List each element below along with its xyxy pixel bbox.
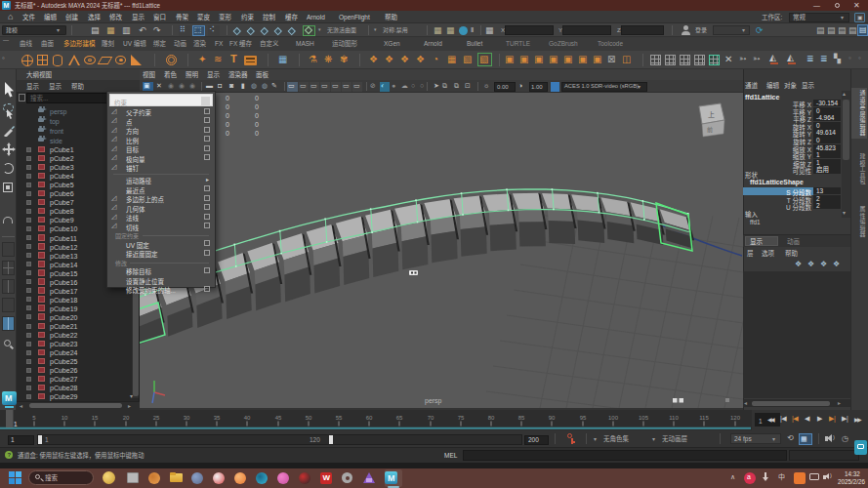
svg-text:115: 115 — [699, 415, 709, 421]
svg-text:30: 30 — [184, 415, 190, 421]
svg-text:20: 20 — [123, 415, 130, 421]
svg-text:45: 45 — [275, 415, 282, 421]
svg-text:persp: persp — [425, 397, 442, 405]
svg-text:105: 105 — [639, 415, 649, 421]
svg-text:1: 1 — [759, 418, 763, 425]
svg-text:95: 95 — [580, 415, 587, 421]
svg-text:50: 50 — [306, 415, 312, 421]
svg-text:0: 0 — [255, 130, 259, 137]
svg-text:85: 85 — [518, 415, 525, 421]
svg-text:前: 前 — [707, 126, 713, 134]
svg-text:70: 70 — [428, 415, 434, 421]
svg-text:0: 0 — [255, 103, 259, 110]
svg-text:110: 110 — [669, 415, 679, 421]
svg-text:0: 0 — [226, 121, 229, 128]
svg-text:80: 80 — [488, 415, 495, 421]
svg-text:0: 0 — [255, 112, 259, 119]
svg-text:0: 0 — [226, 95, 229, 102]
svg-text:上: 上 — [708, 110, 715, 118]
svg-text:65: 65 — [396, 415, 403, 421]
svg-text:0: 0 — [226, 130, 229, 137]
svg-text:60: 60 — [366, 415, 373, 421]
svg-text:0: 0 — [255, 95, 259, 102]
svg-text:0: 0 — [226, 112, 229, 119]
svg-text:90: 90 — [549, 415, 556, 421]
svg-text:10: 10 — [62, 415, 68, 421]
svg-text:75: 75 — [458, 415, 465, 421]
svg-text:120: 120 — [730, 415, 741, 421]
svg-text:35: 35 — [214, 415, 221, 421]
svg-text:15: 15 — [92, 415, 99, 421]
svg-text:55: 55 — [336, 415, 343, 421]
svg-text:40: 40 — [244, 415, 251, 421]
svg-text:0: 0 — [226, 103, 229, 110]
svg-text:0: 0 — [255, 121, 259, 128]
svg-text:100: 100 — [608, 415, 619, 421]
svg-text:25: 25 — [153, 415, 160, 421]
svg-text:1: 1 — [14, 421, 18, 427]
